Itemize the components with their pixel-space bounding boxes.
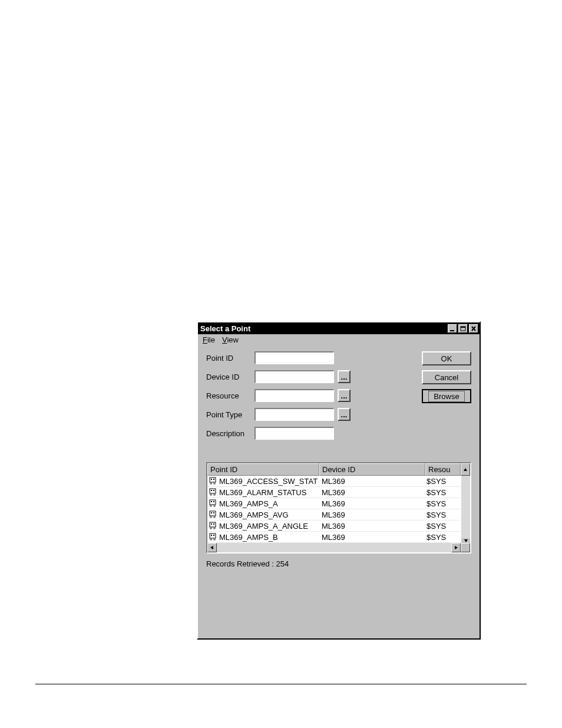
svg-point-15 (213, 493, 216, 496)
ellipsis-icon: ... (341, 373, 348, 381)
cell-resource: $SYS (425, 510, 461, 519)
svg-rect-32 (211, 535, 212, 536)
svg-marker-5 (464, 468, 467, 471)
svg-point-14 (210, 493, 212, 496)
row-device-id: Device ID ... (206, 370, 411, 383)
cell-device-id: ML369 (319, 477, 425, 486)
svg-point-34 (210, 538, 212, 541)
input-point-type[interactable] (254, 408, 334, 421)
cell-device-id: ML369 (319, 499, 425, 508)
table-row[interactable]: ML369_AMPS_AML369$SYS (207, 498, 461, 509)
input-point-id[interactable] (254, 351, 334, 364)
scroll-corner (461, 543, 470, 552)
table-row[interactable]: ML369_AMPS_AVGML369$SYS (207, 509, 461, 521)
svg-rect-8 (213, 479, 214, 480)
scroll-down-button[interactable] (461, 538, 470, 543)
status-text: Records Retrieved : 254 (198, 554, 480, 574)
close-button[interactable] (469, 324, 478, 333)
cell-device-id: ML369 (319, 522, 425, 531)
scroll-up-button[interactable] (461, 463, 470, 476)
header-resource[interactable]: Resou (425, 463, 461, 476)
label-description: Description (206, 429, 254, 438)
ok-button[interactable]: OK (422, 351, 471, 365)
point-icon (209, 533, 218, 541)
page-divider (35, 684, 527, 684)
menu-file[interactable]: File (203, 335, 215, 344)
point-icon (209, 510, 218, 519)
svg-point-19 (210, 505, 212, 507)
cell-point-id: ML369_AMPS_AVG (207, 510, 319, 519)
ok-button-label: OK (441, 354, 452, 363)
svg-point-20 (213, 505, 216, 507)
cell-resource: $SYS (425, 533, 461, 542)
svg-rect-2 (461, 327, 465, 328)
scroll-left-button[interactable] (207, 543, 217, 552)
svg-point-30 (213, 527, 216, 529)
svg-rect-17 (211, 501, 212, 502)
svg-point-9 (210, 482, 212, 485)
scrollbar-track[interactable] (461, 476, 470, 538)
cell-resource: $SYS (425, 499, 461, 508)
svg-rect-12 (211, 490, 212, 491)
minimize-button[interactable] (448, 324, 457, 333)
point-icon (209, 477, 218, 485)
svg-marker-38 (455, 546, 458, 549)
browse-device-id-button[interactable]: ... (338, 370, 351, 383)
table-row[interactable]: ML369_ALARM_STATUSML369$SYS (207, 487, 461, 498)
svg-rect-7 (211, 479, 212, 480)
svg-rect-11 (210, 489, 216, 493)
svg-rect-22 (211, 512, 212, 513)
svg-rect-16 (210, 500, 216, 505)
label-point-id: Point ID (206, 354, 254, 363)
window-title: Select a Point (200, 324, 447, 333)
svg-rect-0 (450, 330, 454, 331)
dialog-buttons: OK Cancel Browse (422, 351, 471, 446)
cell-point-id: ML369_ACCESS_SW_STAT (207, 477, 319, 486)
table-row[interactable]: ML369_AMPS_A_ANGLEML369$SYS (207, 521, 461, 532)
label-point-type: Point Type (206, 410, 254, 419)
svg-rect-28 (213, 523, 214, 525)
points-table: Point ID Device ID Resou ML369_ACCESS_SW… (206, 462, 471, 554)
table-row[interactable]: ML369_ACCESS_SW_STATML369$SYS (207, 476, 461, 487)
browse-point-type-button[interactable]: ... (338, 408, 351, 421)
cell-device-id: ML369 (319, 533, 425, 542)
table-body: ML369_ACCESS_SW_STATML369$SYSML369_ALARM… (207, 476, 461, 543)
cell-device-id: ML369 (319, 510, 425, 519)
header-device-id[interactable]: Device ID (319, 463, 425, 476)
cell-device-id: ML369 (319, 488, 425, 497)
ellipsis-icon: ... (341, 410, 348, 419)
svg-rect-31 (210, 533, 216, 538)
menu-view[interactable]: View (222, 335, 239, 344)
cell-resource: $SYS (425, 488, 461, 497)
svg-rect-18 (213, 501, 214, 502)
svg-point-29 (210, 527, 212, 529)
ellipsis-icon: ... (341, 391, 348, 400)
browse-button-label: Browse (428, 391, 464, 402)
titlebar: Select a Point (198, 322, 480, 334)
browse-button[interactable]: Browse (422, 389, 471, 403)
svg-marker-37 (210, 546, 213, 549)
label-device-id: Device ID (206, 373, 254, 381)
svg-rect-13 (213, 490, 214, 491)
input-description[interactable] (254, 427, 334, 440)
horizontal-scroll-track[interactable] (217, 543, 451, 552)
header-point-id[interactable]: Point ID (207, 463, 319, 476)
cell-resource: $SYS (425, 477, 461, 486)
select-a-point-dialog: Select a Point File View Point ID Device (197, 321, 481, 640)
point-icon (209, 522, 218, 530)
browse-resource-button[interactable]: ... (338, 389, 351, 402)
row-point-id: Point ID (206, 351, 411, 364)
table-row[interactable]: ML369_AMPS_BML369$SYS (207, 532, 461, 543)
svg-point-35 (213, 538, 216, 541)
cancel-button[interactable]: Cancel (422, 370, 471, 384)
input-device-id[interactable] (254, 370, 334, 383)
svg-rect-26 (210, 522, 216, 527)
svg-rect-21 (210, 511, 216, 516)
form-fields: Point ID Device ID ... Resource ... Poin… (206, 351, 411, 446)
input-resource[interactable] (254, 389, 334, 402)
svg-rect-27 (211, 523, 212, 525)
table-header: Point ID Device ID Resou (207, 463, 470, 476)
maximize-button[interactable] (458, 324, 468, 333)
menubar: File View (198, 334, 480, 345)
scroll-right-button[interactable] (451, 543, 461, 552)
